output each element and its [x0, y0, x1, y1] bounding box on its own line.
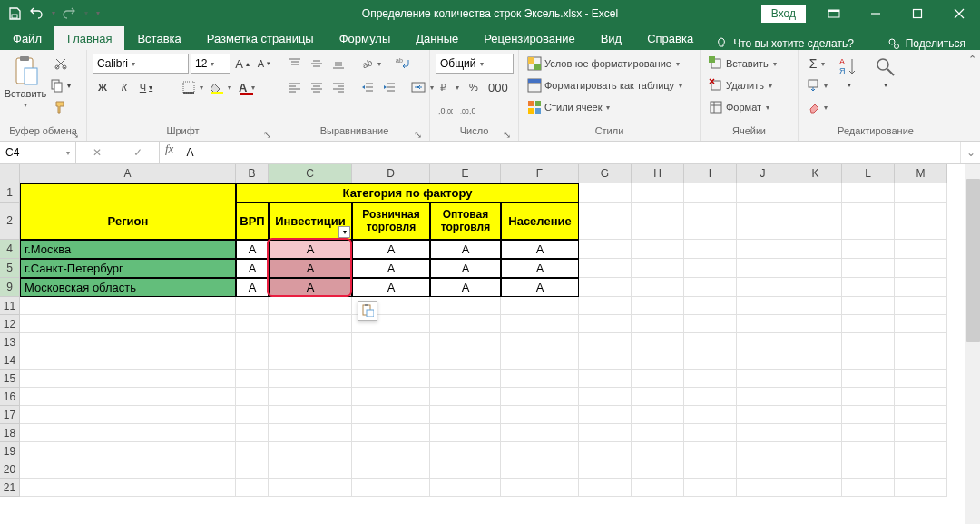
cell[interactable]	[236, 460, 269, 479]
cell[interactable]	[20, 406, 236, 424]
find-select-button[interactable]: ▾	[868, 54, 903, 91]
tell-me-search[interactable]: Что вы хотите сделать?	[715, 37, 854, 50]
cell[interactable]	[236, 351, 269, 370]
cell[interactable]	[501, 460, 579, 479]
grow-font-button[interactable]: A▴	[232, 54, 252, 74]
formula-input[interactable]: А	[179, 142, 960, 163]
number-launcher[interactable]: ⤡	[500, 128, 513, 141]
cell[interactable]	[236, 370, 269, 388]
cell[interactable]	[789, 333, 842, 351]
cell[interactable]	[789, 406, 842, 424]
align-bottom-button[interactable]	[328, 54, 348, 74]
cell[interactable]	[352, 333, 430, 351]
row-header[interactable]: 20	[0, 460, 20, 479]
wrap-text-button[interactable]: ab	[393, 54, 413, 74]
tab-home[interactable]: Главная	[54, 26, 124, 50]
cell[interactable]	[789, 259, 842, 278]
tab-data[interactable]: Данные	[403, 26, 471, 50]
row-header[interactable]: 17	[0, 406, 20, 424]
cell[interactable]	[352, 460, 430, 479]
cell[interactable]: А	[501, 259, 579, 278]
cell[interactable]	[684, 315, 737, 333]
cell[interactable]	[501, 297, 579, 315]
cell[interactable]	[352, 442, 430, 460]
row-header[interactable]: 19	[0, 442, 20, 460]
cell[interactable]	[579, 278, 632, 297]
cell[interactable]	[501, 315, 579, 333]
cell[interactable]	[632, 333, 684, 351]
font-size-combo[interactable]: 12▾	[191, 54, 230, 74]
cell[interactable]: г.Санкт-Петербург	[20, 259, 236, 278]
cell[interactable]	[737, 442, 789, 460]
cell[interactable]	[269, 315, 352, 333]
cell[interactable]	[632, 424, 684, 442]
cell[interactable]	[20, 333, 236, 351]
cell[interactable]: Розничная торговля	[352, 203, 430, 240]
cell[interactable]	[236, 297, 269, 315]
col-header[interactable]: M	[895, 164, 947, 183]
cell[interactable]: А	[236, 278, 269, 297]
close-icon[interactable]	[938, 0, 980, 26]
row-header[interactable]: 5	[0, 259, 20, 278]
cell[interactable]	[430, 315, 501, 333]
vertical-scrollbar[interactable]	[965, 164, 980, 524]
filter-icon[interactable]: ▾	[338, 226, 350, 238]
cell[interactable]	[737, 183, 789, 203]
tab-file[interactable]: Файл	[0, 26, 54, 50]
cell[interactable]: Население	[501, 203, 579, 240]
cell[interactable]	[501, 442, 579, 460]
cell[interactable]	[895, 333, 947, 351]
cell[interactable]	[20, 351, 236, 370]
undo-dropdown[interactable]	[47, 3, 58, 25]
cell[interactable]	[895, 388, 947, 406]
cell[interactable]	[501, 424, 579, 442]
underline-button[interactable]: Ч▾	[136, 77, 156, 97]
cell[interactable]	[579, 259, 632, 278]
row-header[interactable]: 2	[0, 203, 20, 240]
signin-button[interactable]: Вход	[761, 5, 806, 23]
align-left-button[interactable]	[285, 77, 305, 97]
cell[interactable]	[20, 388, 236, 406]
col-header[interactable]: E	[430, 164, 501, 183]
cell[interactable]	[789, 278, 842, 297]
expand-formula-bar[interactable]: ⌄	[960, 142, 980, 163]
format-table-button[interactable]: Форматировать как таблицу	[524, 75, 697, 95]
col-header[interactable]: A	[20, 164, 236, 183]
row-header[interactable]: 16	[0, 388, 20, 406]
conditional-format-button[interactable]: Условное форматирование	[524, 54, 697, 74]
cell[interactable]	[789, 370, 842, 388]
borders-button[interactable]	[180, 77, 206, 97]
cell[interactable]	[842, 388, 895, 406]
cell[interactable]	[20, 370, 236, 388]
copy-button[interactable]: ▾	[47, 75, 74, 95]
cell[interactable]	[684, 203, 737, 240]
cell[interactable]	[737, 315, 789, 333]
cell[interactable]	[20, 460, 236, 479]
cell[interactable]	[684, 259, 737, 278]
cell[interactable]	[501, 351, 579, 370]
cell[interactable]	[269, 479, 352, 497]
cell[interactable]	[236, 388, 269, 406]
cell[interactable]	[842, 406, 895, 424]
cell[interactable]	[579, 479, 632, 497]
currency-button[interactable]: ₽	[436, 77, 462, 97]
increase-indent-button[interactable]	[379, 77, 399, 97]
cell[interactable]	[684, 297, 737, 315]
cell[interactable]	[895, 479, 947, 497]
cell[interactable]	[737, 424, 789, 442]
cell[interactable]	[684, 183, 737, 203]
cell[interactable]	[579, 315, 632, 333]
col-header[interactable]: F	[501, 164, 579, 183]
cell[interactable]: А	[269, 278, 352, 297]
cell[interactable]	[579, 370, 632, 388]
cell[interactable]	[632, 240, 684, 259]
cell[interactable]	[501, 479, 579, 497]
minimize-icon[interactable]	[855, 0, 897, 26]
cell[interactable]	[269, 370, 352, 388]
cell[interactable]	[632, 315, 684, 333]
cell[interactable]	[842, 424, 895, 442]
shrink-font-button[interactable]: A▾	[254, 54, 274, 74]
cell[interactable]	[842, 460, 895, 479]
col-header[interactable]: L	[842, 164, 895, 183]
cell[interactable]	[269, 442, 352, 460]
